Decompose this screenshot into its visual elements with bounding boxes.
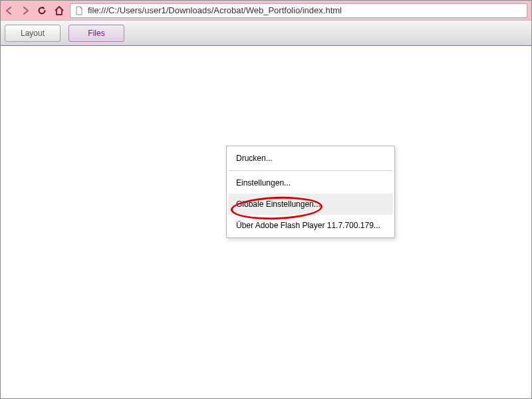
- forward-icon[interactable]: [21, 6, 30, 15]
- context-menu: Drucken... Einstellungen... Globale Eins…: [226, 146, 395, 238]
- menu-item-about[interactable]: Über Adobe Flash Player 11.7.700.179...: [228, 215, 393, 236]
- nav-icons: [5, 5, 65, 16]
- files-button[interactable]: Files: [68, 25, 124, 42]
- home-icon[interactable]: [54, 5, 65, 16]
- url-text: file:///C:/Users/user1/Downloads/Acrobat…: [88, 5, 342, 15]
- menu-item-global-settings[interactable]: Globale Einstellungen...: [228, 194, 393, 215]
- address-bar[interactable]: file:///C:/Users/user1/Downloads/Acrobat…: [70, 3, 527, 18]
- menu-item-settings[interactable]: Einstellungen...: [228, 172, 393, 194]
- page-icon: [74, 6, 84, 15]
- menu-separator: [229, 170, 392, 171]
- app-toolbar: Layout Files: [1, 21, 531, 46]
- browser-toolbar: file:///C:/Users/user1/Downloads/Acrobat…: [1, 1, 531, 21]
- back-icon[interactable]: [5, 6, 14, 15]
- content-area: Drucken... Einstellungen... Globale Eins…: [1, 46, 531, 398]
- layout-button[interactable]: Layout: [5, 25, 61, 42]
- reload-icon[interactable]: [37, 5, 47, 16]
- menu-item-print[interactable]: Drucken...: [228, 148, 393, 169]
